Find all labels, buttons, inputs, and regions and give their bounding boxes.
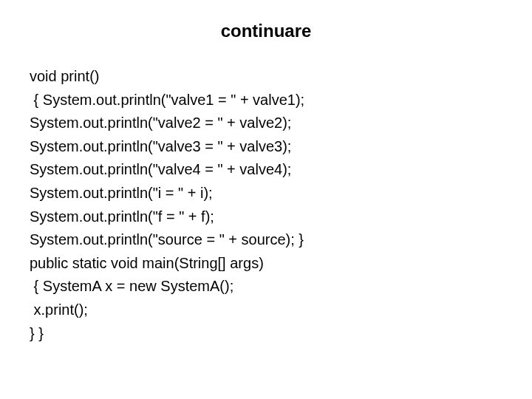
code-line: System.out.println("source = " + source)… — [30, 228, 502, 252]
code-line: System.out.println("valve2 = " + valve2)… — [30, 112, 502, 135]
code-line: x.print(); — [30, 299, 502, 322]
code-line: System.out.println("valve4 = " + valve4)… — [30, 158, 502, 182]
code-line: System.out.println("i = " + i); — [30, 182, 502, 205]
code-line: } } — [30, 322, 502, 346]
code-block: void print() { System.out.println("valve… — [30, 65, 502, 345]
code-line: { SystemA x = new SystemA(); — [30, 275, 502, 299]
code-line: System.out.println("f = " + f); — [30, 205, 502, 229]
page-title: continuare — [30, 21, 502, 41]
code-line: { System.out.println("valve1 = " + valve… — [30, 89, 502, 112]
code-line: void print() — [30, 65, 502, 89]
code-line: public static void main(String[] args) — [30, 252, 502, 276]
code-line: System.out.println("valve3 = " + valve3)… — [30, 135, 502, 159]
